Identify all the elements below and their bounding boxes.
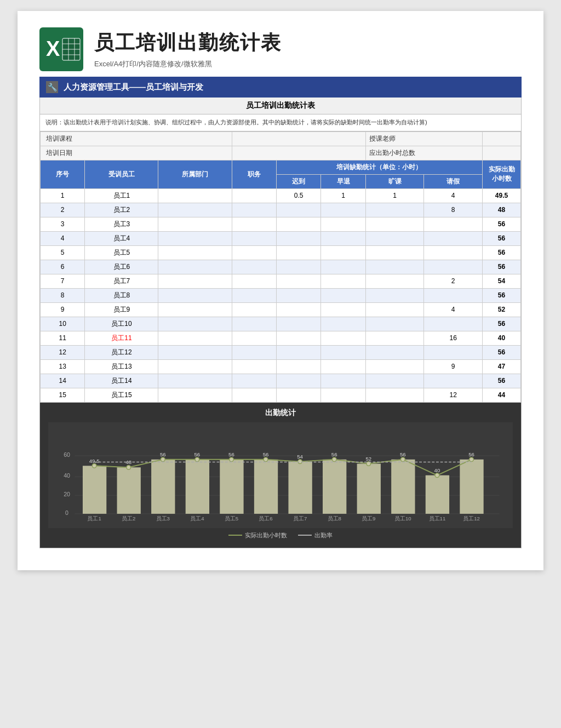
svg-text:员工11: 员工11 <box>429 515 446 521</box>
wrench-icon: 🔧 <box>46 81 58 93</box>
svg-text:20: 20 <box>64 491 70 497</box>
svg-text:56: 56 <box>331 451 337 457</box>
dot-12 <box>470 457 474 462</box>
dot-6 <box>264 457 268 462</box>
table-row: 9员工9 4 52 <box>41 302 521 317</box>
svg-text:员工6: 员工6 <box>259 515 272 521</box>
svg-text:员工4: 员工4 <box>190 515 204 521</box>
description: 说明：该出勤统计表用于培训计划实施、协调、组织过程中，由人力资源部使用。其中的缺… <box>40 114 521 131</box>
bar-2 <box>117 467 141 514</box>
svg-text:56: 56 <box>160 451 166 457</box>
legend-label-rate: 出勤率 <box>314 531 333 540</box>
dot-5 <box>230 457 234 462</box>
table-title: 员工培训出勤统计表 <box>40 98 521 114</box>
legend-label-hours: 实际出勤小时数 <box>245 531 287 540</box>
bar-9 <box>357 463 381 513</box>
svg-text:员工9: 员工9 <box>362 515 375 521</box>
col-header-row-1: 序号 受训员工 所属部门 职务 培训缺勤统计（单位：小时） 实际出勤小时数 <box>41 160 521 174</box>
bar-4 <box>186 459 209 513</box>
table-row: 7员工7 2 54 <box>41 274 521 288</box>
date-label: 培训日期 <box>41 146 232 160</box>
table-row: 2员工2 8 48 <box>41 203 521 217</box>
chart-svg: 0 20 40 60 49.5 员工1 <box>54 428 507 523</box>
table-row: 4员工4 56 <box>41 231 521 245</box>
dot-11 <box>435 473 439 477</box>
dot-2 <box>127 465 131 469</box>
chart-area: 0 20 40 60 49.5 员工1 <box>48 422 513 528</box>
page-header: X 员工培训出勤统计表 Excel/A4打印/内容随意修改/微软雅黑 <box>39 27 522 71</box>
main-table: 培训课程 授课老师 培训日期 应出勤小时总数 序号 受训员工 所属部门 职务 <box>40 131 521 403</box>
page-subtitle: Excel/A4打印/内容随意修改/微软雅黑 <box>94 59 282 69</box>
tool-header: 🔧 人力资源管理工具——员工培训与开发 <box>39 77 522 98</box>
chart-container: 出勤统计 0 20 40 60 <box>40 403 521 548</box>
teacher-label: 授课老师 <box>365 131 482 146</box>
page: X 员工培训出勤统计表 Excel/A4打印/内容随意修改/微软雅黑 🔧 人力资… <box>18 11 543 570</box>
dot-3 <box>161 457 165 462</box>
svg-text:56: 56 <box>263 451 269 457</box>
col-absence: 旷课 <box>365 174 424 188</box>
dot-1 <box>92 463 96 468</box>
svg-text:员工3: 员工3 <box>156 515 170 521</box>
bar-6 <box>254 459 278 513</box>
table-container: 员工培训出勤统计表 说明：该出勤统计表用于培训计划实施、协调、组织过程中，由人力… <box>39 98 522 548</box>
info-row-1: 培训课程 授课老师 <box>41 131 521 146</box>
table-row: 11员工11 16 40 <box>41 331 521 345</box>
svg-text:员工2: 员工2 <box>122 515 135 521</box>
svg-text:56: 56 <box>194 451 201 457</box>
table-row: 13员工13 9 47 <box>41 359 521 374</box>
header-text: 员工培训出勤统计表 Excel/A4打印/内容随意修改/微软雅黑 <box>94 30 282 69</box>
table-row: 10员工10 56 <box>41 317 521 331</box>
svg-text:X: X <box>46 37 60 60</box>
col-leave: 请假 <box>424 174 483 188</box>
bar-3 <box>151 459 175 513</box>
legend-item-rate: 出勤率 <box>298 531 333 540</box>
svg-text:员工8: 员工8 <box>328 515 341 521</box>
svg-text:员工1: 员工1 <box>87 515 101 521</box>
bar-11 <box>426 475 449 513</box>
dot-4 <box>195 457 199 462</box>
bar-12 <box>460 459 483 513</box>
bar-8 <box>323 459 346 513</box>
col-trainee: 受训员工 <box>85 160 158 188</box>
info-row-2: 培训日期 应出勤小时总数 <box>41 146 521 160</box>
dot-8 <box>332 457 336 462</box>
legend-line-dashed <box>298 535 312 536</box>
svg-text:56: 56 <box>228 451 234 457</box>
svg-text:0: 0 <box>65 509 68 515</box>
table-row: 6员工6 56 <box>41 260 521 274</box>
svg-text:40: 40 <box>64 472 70 479</box>
svg-text:54: 54 <box>297 453 303 459</box>
col-absence-header: 培训缺勤统计（单位：小时） <box>276 160 482 174</box>
bar-7 <box>288 461 312 513</box>
col-position: 职务 <box>232 160 276 188</box>
legend-line-solid <box>228 535 242 536</box>
bar-1 <box>83 466 106 514</box>
hours-label: 应出勤小时总数 <box>365 146 482 160</box>
chart-legend: 实际出勤小时数 出勤率 <box>48 531 513 540</box>
svg-text:40: 40 <box>434 467 440 473</box>
svg-text:60: 60 <box>64 451 70 458</box>
svg-text:员工10: 员工10 <box>394 515 411 521</box>
table-row: 3员工3 56 <box>41 217 521 231</box>
svg-text:员工5: 员工5 <box>225 515 238 521</box>
col-early-leave: 早退 <box>321 174 365 188</box>
page-title: 员工培训出勤统计表 <box>94 30 282 56</box>
col-actual-hours: 实际出勤小时数 <box>483 160 521 188</box>
svg-text:员工12: 员工12 <box>463 515 480 521</box>
table-row: 12员工12 56 <box>41 345 521 359</box>
table-row: 1员工1 0.5114 49.5 <box>41 188 521 203</box>
legend-item-hours: 实际出勤小时数 <box>228 531 287 540</box>
svg-text:56: 56 <box>400 451 406 457</box>
col-late: 迟到 <box>276 174 320 188</box>
table-row: 8员工8 56 <box>41 288 521 302</box>
table-row: 5员工5 56 <box>41 245 521 260</box>
svg-text:49.5: 49.5 <box>89 457 100 463</box>
chart-title: 出勤统计 <box>48 408 513 418</box>
bar-10 <box>391 459 415 513</box>
svg-text:52: 52 <box>365 455 371 461</box>
table-row: 14员工14 56 <box>41 374 521 388</box>
excel-logo: X <box>39 27 83 71</box>
svg-text:56: 56 <box>468 451 474 457</box>
svg-text:员工7: 员工7 <box>293 515 307 521</box>
tool-label: 人力资源管理工具——员工培训与开发 <box>64 82 203 93</box>
